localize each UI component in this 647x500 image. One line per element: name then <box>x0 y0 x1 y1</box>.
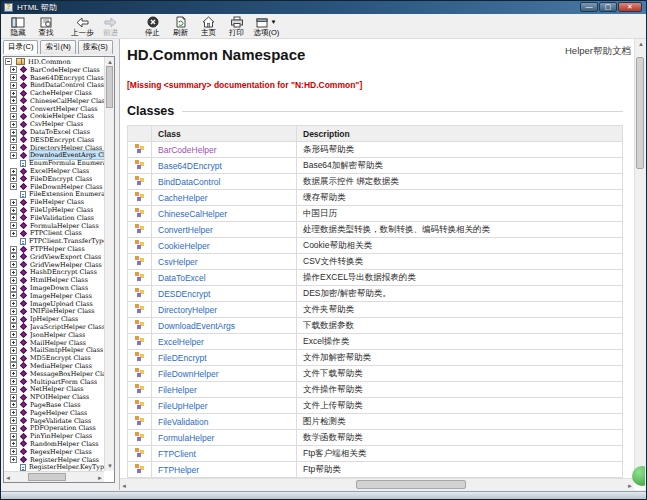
class-link[interactable]: CookieHelper <box>158 241 210 251</box>
toc-tree-item[interactable]: BindDataControl Class <box>4 81 104 89</box>
hide-button[interactable]: 隐藏 <box>4 14 32 38</box>
toc-item-label[interactable]: MailSmtpHelper Class <box>30 346 103 354</box>
expand-box-icon[interactable] <box>10 136 17 143</box>
toc-tree-item[interactable]: EnumFormula Enumeration <box>4 159 104 167</box>
toc-item-label[interactable]: ConvertHelper Class <box>30 105 98 113</box>
toc-tree-item[interactable]: MultipartForm Class <box>4 378 104 386</box>
expand-box-icon[interactable] <box>10 82 17 89</box>
scroll-down-icon[interactable]: ▼ <box>107 461 113 471</box>
toc-item-label[interactable]: HashDEncrypt Class <box>30 268 97 276</box>
toc-tree-item[interactable]: FileUpHelper Class <box>4 206 104 214</box>
toc-item-label[interactable]: DESDEncrypt Class <box>30 136 94 144</box>
toc-item-label[interactable]: MediaHelper Class <box>30 362 92 370</box>
toc-item-label[interactable]: NPOIHelper Class <box>30 393 89 401</box>
toc-item-label[interactable]: DownloadEventArgs Class <box>30 151 104 159</box>
toc-tree-item[interactable]: FTPClient.TransferType Enumeration <box>4 237 104 245</box>
toc-tree-item[interactable]: FileValidation Class <box>4 214 104 222</box>
expand-box-icon[interactable] <box>10 269 17 276</box>
expand-box-icon[interactable] <box>5 58 12 65</box>
expand-box-icon[interactable] <box>10 66 17 73</box>
toc-item-label[interactable]: RandomHelper Class <box>30 440 99 448</box>
toc-item-label[interactable]: MD5Encrypt Class <box>30 354 91 362</box>
expand-box-icon[interactable] <box>10 308 17 315</box>
toc-item-label[interactable]: NetHelper Class <box>30 385 84 393</box>
toc-tree-item[interactable]: FileHelper Class <box>4 198 104 206</box>
scroll-left-icon[interactable]: ◄ <box>5 473 11 483</box>
class-link[interactable]: FileHelper <box>158 385 197 395</box>
toc-tree-item[interactable]: HashDEncrypt Class <box>4 269 104 277</box>
expand-box-icon[interactable] <box>10 401 17 408</box>
expand-box-icon[interactable] <box>10 292 17 299</box>
class-link[interactable]: BarCodeHelper <box>158 145 217 155</box>
scroll-left-icon[interactable]: ◄ <box>121 481 127 490</box>
toc-tree-item[interactable]: RegisterHelper Class <box>4 456 104 464</box>
class-link[interactable]: FileUpHelper <box>158 401 208 411</box>
toc-tree-item[interactable]: CacheHelper Class <box>4 89 104 97</box>
class-link[interactable]: DataToExcel <box>158 273 206 283</box>
toc-tree-item[interactable]: MailSmtpHelper Class <box>4 346 104 354</box>
close-button[interactable]: ✕ <box>618 2 642 12</box>
print-button[interactable]: 打印 <box>223 14 251 38</box>
class-link[interactable]: CsvHelper <box>158 257 198 267</box>
expand-box-icon[interactable] <box>10 370 17 377</box>
toc-tree-item[interactable]: IpHelper Class <box>4 315 104 323</box>
class-link[interactable]: FileDEncrypt <box>158 353 207 363</box>
toc-tree-item[interactable]: GridViewHelper Class <box>4 261 104 269</box>
toc-vscroll-thumb[interactable] <box>106 66 113 108</box>
toc-tree-item[interactable]: FileExtension Enumeration <box>4 191 104 199</box>
minimize-button[interactable]: — <box>580 2 598 12</box>
expand-box-icon[interactable] <box>10 199 17 206</box>
toc-item-label[interactable]: HtmlHelper Class <box>30 276 88 284</box>
topic-vertical-scrollbar[interactable]: ▲ ▼ <box>634 39 645 478</box>
expand-box-icon[interactable] <box>10 409 17 416</box>
class-link[interactable]: FileValidation <box>158 417 208 427</box>
expand-box-icon[interactable] <box>10 417 17 424</box>
toc-tree-item[interactable]: PageBase Class <box>4 401 104 409</box>
expand-box-icon[interactable] <box>10 277 17 284</box>
expand-box-icon[interactable] <box>10 230 17 237</box>
toc-item-label[interactable]: ImageUpload Class <box>30 300 93 308</box>
toc-tree-item[interactable]: ConvertHelper Class <box>4 105 104 113</box>
toc-tree-item[interactable]: ChineseCalHelper Class <box>4 97 104 105</box>
expand-box-icon[interactable] <box>10 386 17 393</box>
toc-tree-item[interactable]: PageValidate Class <box>4 417 104 425</box>
topic-hscroll-thumb[interactable] <box>356 480 466 489</box>
toc-item-label[interactable]: ImageHelper Class <box>30 292 92 300</box>
toc-item-label[interactable]: FileHelper Class <box>30 198 84 206</box>
expand-box-icon[interactable] <box>10 323 17 330</box>
toc-item-label[interactable]: GridViewExport Class <box>30 253 101 261</box>
scroll-right-icon[interactable]: ► <box>97 473 103 483</box>
class-link[interactable]: DownloadEventArgs <box>158 321 235 331</box>
topic-vscroll-thumb[interactable] <box>636 57 644 169</box>
expand-box-icon[interactable] <box>10 152 17 159</box>
toc-tree-item[interactable]: PinYinHelper Class <box>4 432 104 440</box>
toc-tree-item[interactable]: HD.Common <box>4 58 104 66</box>
toc-tree-item[interactable]: ExcelHelper Class <box>4 167 104 175</box>
toc-tree-item[interactable]: ImageDown Class <box>4 284 104 292</box>
toc-tree-item[interactable]: ImageHelper Class <box>4 292 104 300</box>
expand-box-icon[interactable] <box>10 362 17 369</box>
expand-box-icon[interactable] <box>10 175 17 182</box>
toc-item-label[interactable]: GridViewHelper Class <box>30 261 102 269</box>
toc-item-label[interactable]: ChineseCalHelper Class <box>30 97 104 105</box>
options-button[interactable]: ▼ 选项(O) <box>251 14 283 38</box>
expand-box-icon[interactable] <box>10 394 17 401</box>
class-link[interactable]: ConvertHelper <box>158 225 213 235</box>
toc-item-label[interactable]: BarCodeHelper Class <box>30 66 100 74</box>
toc-tree-item[interactable]: DataToExcel Class <box>4 128 104 136</box>
expand-box-icon[interactable] <box>10 347 17 354</box>
expand-box-icon[interactable] <box>10 105 17 112</box>
toc-item-label[interactable]: MessageBoxHelper Class <box>30 370 104 378</box>
toc-item-label[interactable]: PageBase Class <box>30 401 81 409</box>
expand-box-icon[interactable] <box>10 456 17 463</box>
expand-box-icon[interactable] <box>10 285 17 292</box>
expand-box-icon[interactable] <box>10 448 17 455</box>
expand-box-icon[interactable] <box>10 207 17 214</box>
toc-tree-item[interactable]: FormulaHelper Class <box>4 222 104 230</box>
toc-tree-item[interactable]: JsonHelper Class <box>4 331 104 339</box>
toc-item-label[interactable]: ImageDown Class <box>30 284 88 292</box>
tab-contents[interactable]: 目录(C) <box>3 40 38 54</box>
toc-item-label[interactable]: DataToExcel Class <box>30 128 90 136</box>
class-link[interactable]: FTPClient <box>158 449 196 459</box>
toc-item-label[interactable]: PageValidate Class <box>30 417 91 425</box>
